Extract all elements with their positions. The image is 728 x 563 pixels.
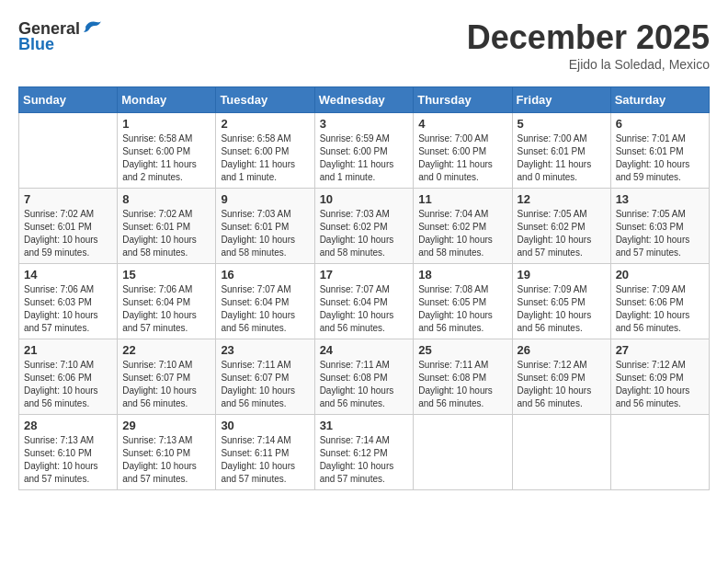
calendar-cell: 13Sunrise: 7:05 AM Sunset: 6:03 PM Dayli…: [610, 189, 709, 264]
day-info: Sunrise: 7:01 AM Sunset: 6:01 PM Dayligh…: [616, 132, 704, 184]
day-info: Sunrise: 6:58 AM Sunset: 6:00 PM Dayligh…: [221, 132, 309, 184]
day-number: 12: [518, 192, 606, 206]
weekday-header-wednesday: Wednesday: [314, 87, 414, 113]
day-number: 27: [616, 343, 704, 357]
day-info: Sunrise: 7:12 AM Sunset: 6:09 PM Dayligh…: [518, 359, 606, 410]
day-info: Sunrise: 7:09 AM Sunset: 6:05 PM Dayligh…: [518, 283, 606, 335]
day-number: 1: [122, 117, 210, 131]
day-info: Sunrise: 7:03 AM Sunset: 6:01 PM Dayligh…: [221, 208, 309, 259]
calendar-cell: 1Sunrise: 6:58 AM Sunset: 6:00 PM Daylig…: [118, 113, 216, 189]
day-number: 15: [122, 268, 210, 282]
page-header: General Blue December 2025 Ejido la Sole…: [18, 18, 710, 72]
month-title: December 2025: [467, 18, 710, 57]
day-info: Sunrise: 7:10 AM Sunset: 6:06 PM Dayligh…: [24, 359, 112, 410]
weekday-header-row: SundayMondayTuesdayWednesdayThursdayFrid…: [19, 87, 710, 113]
day-info: Sunrise: 6:58 AM Sunset: 6:00 PM Dayligh…: [122, 132, 210, 184]
day-info: Sunrise: 7:05 AM Sunset: 6:03 PM Dayligh…: [616, 208, 704, 259]
calendar-cell: 25Sunrise: 7:11 AM Sunset: 6:08 PM Dayli…: [414, 339, 512, 415]
day-number: 3: [320, 117, 409, 131]
calendar-cell: 17Sunrise: 7:07 AM Sunset: 6:04 PM Dayli…: [314, 264, 414, 339]
day-number: 5: [518, 117, 606, 131]
calendar-table: SundayMondayTuesdayWednesdayThursdayFrid…: [18, 86, 710, 490]
day-info: Sunrise: 7:03 AM Sunset: 6:02 PM Dayligh…: [320, 208, 409, 259]
calendar-cell: 15Sunrise: 7:06 AM Sunset: 6:04 PM Dayli…: [118, 264, 216, 339]
day-info: Sunrise: 7:11 AM Sunset: 6:08 PM Dayligh…: [418, 359, 506, 410]
calendar-cell: 22Sunrise: 7:10 AM Sunset: 6:07 PM Dayli…: [118, 339, 216, 415]
calendar-cell: 20Sunrise: 7:09 AM Sunset: 6:06 PM Dayli…: [610, 264, 709, 339]
calendar-week-row: 14Sunrise: 7:06 AM Sunset: 6:03 PM Dayli…: [19, 264, 710, 339]
day-info: Sunrise: 7:11 AM Sunset: 6:07 PM Dayligh…: [221, 359, 309, 410]
day-number: 28: [24, 419, 112, 432]
weekday-header-friday: Friday: [512, 87, 610, 113]
day-number: 6: [616, 117, 704, 131]
day-info: Sunrise: 7:02 AM Sunset: 6:01 PM Dayligh…: [24, 208, 112, 259]
location: Ejido la Soledad, Mexico: [467, 57, 710, 72]
day-number: 31: [320, 419, 409, 432]
weekday-header-sunday: Sunday: [19, 87, 118, 113]
calendar-week-row: 21Sunrise: 7:10 AM Sunset: 6:06 PM Dayli…: [19, 339, 710, 415]
day-info: Sunrise: 7:00 AM Sunset: 6:01 PM Dayligh…: [518, 132, 606, 184]
weekday-header-saturday: Saturday: [610, 87, 709, 113]
day-info: Sunrise: 7:07 AM Sunset: 6:04 PM Dayligh…: [221, 283, 309, 335]
day-number: 9: [221, 192, 309, 206]
calendar-week-row: 1Sunrise: 6:58 AM Sunset: 6:00 PM Daylig…: [19, 113, 710, 189]
day-number: 18: [418, 268, 506, 282]
day-number: 16: [221, 268, 309, 282]
day-number: 19: [518, 268, 606, 282]
day-info: Sunrise: 7:11 AM Sunset: 6:08 PM Dayligh…: [320, 359, 409, 410]
calendar-cell: [610, 415, 709, 490]
calendar-cell: 21Sunrise: 7:10 AM Sunset: 6:06 PM Dayli…: [19, 339, 118, 415]
day-info: Sunrise: 7:08 AM Sunset: 6:05 PM Dayligh…: [418, 283, 506, 335]
calendar-cell: 31Sunrise: 7:14 AM Sunset: 6:12 PM Dayli…: [314, 415, 414, 490]
day-number: 20: [616, 268, 704, 282]
day-number: 23: [221, 343, 309, 357]
calendar-cell: 28Sunrise: 7:13 AM Sunset: 6:10 PM Dayli…: [19, 415, 118, 490]
calendar-cell: 26Sunrise: 7:12 AM Sunset: 6:09 PM Dayli…: [512, 339, 610, 415]
calendar-cell: 8Sunrise: 7:02 AM Sunset: 6:01 PM Daylig…: [118, 189, 216, 264]
calendar-week-row: 7Sunrise: 7:02 AM Sunset: 6:01 PM Daylig…: [19, 189, 710, 264]
day-info: Sunrise: 7:04 AM Sunset: 6:02 PM Dayligh…: [418, 208, 506, 259]
day-info: Sunrise: 7:12 AM Sunset: 6:09 PM Dayligh…: [616, 359, 704, 410]
day-number: 22: [122, 343, 210, 357]
day-info: Sunrise: 7:14 AM Sunset: 6:12 PM Dayligh…: [320, 434, 409, 486]
day-info: Sunrise: 7:05 AM Sunset: 6:02 PM Dayligh…: [518, 208, 606, 259]
day-info: Sunrise: 6:59 AM Sunset: 6:00 PM Dayligh…: [320, 132, 409, 184]
day-number: 25: [418, 343, 506, 357]
calendar-cell: 7Sunrise: 7:02 AM Sunset: 6:01 PM Daylig…: [19, 189, 118, 264]
day-number: 2: [221, 117, 309, 131]
day-info: Sunrise: 7:13 AM Sunset: 6:10 PM Dayligh…: [122, 434, 210, 486]
calendar-cell: 30Sunrise: 7:14 AM Sunset: 6:11 PM Dayli…: [216, 415, 314, 490]
day-info: Sunrise: 7:02 AM Sunset: 6:01 PM Dayligh…: [122, 208, 210, 259]
day-info: Sunrise: 7:10 AM Sunset: 6:07 PM Dayligh…: [122, 359, 210, 410]
calendar-week-row: 28Sunrise: 7:13 AM Sunset: 6:10 PM Dayli…: [19, 415, 710, 490]
day-number: 30: [221, 419, 309, 432]
calendar-cell: 18Sunrise: 7:08 AM Sunset: 6:05 PM Dayli…: [414, 264, 512, 339]
day-number: 21: [24, 343, 112, 357]
day-info: Sunrise: 7:14 AM Sunset: 6:11 PM Dayligh…: [221, 434, 309, 486]
calendar-cell: 14Sunrise: 7:06 AM Sunset: 6:03 PM Dayli…: [19, 264, 118, 339]
logo: General Blue: [18, 18, 102, 54]
day-number: 13: [616, 192, 704, 206]
calendar-cell: 9Sunrise: 7:03 AM Sunset: 6:01 PM Daylig…: [216, 189, 314, 264]
logo-bird-icon: [82, 18, 102, 35]
calendar-cell: 6Sunrise: 7:01 AM Sunset: 6:01 PM Daylig…: [610, 113, 709, 189]
calendar-cell: 19Sunrise: 7:09 AM Sunset: 6:05 PM Dayli…: [512, 264, 610, 339]
weekday-header-monday: Monday: [118, 87, 216, 113]
calendar-cell: [19, 113, 118, 189]
title-block: December 2025 Ejido la Soledad, Mexico: [467, 18, 710, 72]
calendar-cell: [512, 415, 610, 490]
day-number: 8: [122, 192, 210, 206]
day-number: 4: [418, 117, 506, 131]
calendar-cell: 27Sunrise: 7:12 AM Sunset: 6:09 PM Dayli…: [610, 339, 709, 415]
day-number: 26: [518, 343, 606, 357]
day-number: 7: [24, 192, 112, 206]
day-info: Sunrise: 7:06 AM Sunset: 6:04 PM Dayligh…: [122, 283, 210, 335]
calendar-cell: 24Sunrise: 7:11 AM Sunset: 6:08 PM Dayli…: [314, 339, 414, 415]
day-number: 24: [320, 343, 409, 357]
calendar-cell: 29Sunrise: 7:13 AM Sunset: 6:10 PM Dayli…: [118, 415, 216, 490]
day-number: 29: [122, 419, 210, 432]
calendar-cell: 10Sunrise: 7:03 AM Sunset: 6:02 PM Dayli…: [314, 189, 414, 264]
calendar-cell: 16Sunrise: 7:07 AM Sunset: 6:04 PM Dayli…: [216, 264, 314, 339]
logo-text-blue: Blue: [18, 35, 54, 54]
calendar-cell: 3Sunrise: 6:59 AM Sunset: 6:00 PM Daylig…: [314, 113, 414, 189]
